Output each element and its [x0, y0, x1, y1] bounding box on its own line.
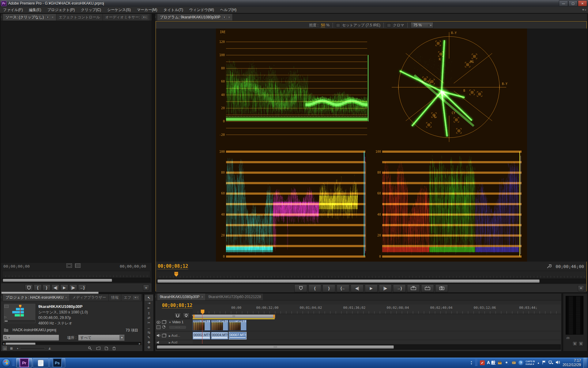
- icon-view-button[interactable]: ▦: [10, 347, 13, 350]
- menu-item-0[interactable]: ファイル(F): [0, 7, 26, 13]
- audio-track2-lane[interactable]: [193, 340, 561, 343]
- timeline-scrollbar[interactable]: ⦙: [156, 344, 561, 350]
- ime-pad-icon[interactable]: [511, 360, 516, 365]
- safe-margins-icon[interactable]: [66, 263, 72, 268]
- video-track-name[interactable]: ▼ Video 1: [169, 320, 183, 324]
- taskbar-clock[interactable]: 7:17 2012/12/29: [563, 358, 581, 367]
- display-style-icon[interactable]: [156, 325, 160, 329]
- menu-item-1[interactable]: 編集(E): [26, 7, 44, 13]
- zoom-slider-thumb[interactable]: ▲: [17, 347, 19, 349]
- tool-rate-stretch[interactable]: ⇄: [145, 316, 153, 320]
- tool-slide[interactable]: ⇆: [145, 330, 153, 335]
- step-forward-button[interactable]: |▶: [379, 284, 392, 292]
- mark-out-button[interactable]: }: [43, 284, 51, 291]
- audio-clip-1[interactable]: 00004.MTS [: [211, 332, 228, 339]
- audio-track2-name[interactable]: ▶ Aud: [169, 340, 177, 343]
- tool-selection[interactable]: ↖: [145, 295, 153, 301]
- snap-magnet-icon[interactable]: [174, 312, 181, 319]
- set-display-style-icon[interactable]: [162, 320, 166, 324]
- tool-zoom[interactable]: ⊕: [145, 345, 153, 350]
- toggle-track-output-icon[interactable]: [156, 320, 160, 325]
- menu-item-6[interactable]: タイトル(T): [160, 7, 186, 13]
- output-settings-icon[interactable]: [75, 263, 81, 268]
- ime-dictionary-icon[interactable]: [504, 360, 509, 365]
- network-icon[interactable]: [548, 360, 553, 365]
- step-forward-button[interactable]: |▶: [69, 284, 77, 291]
- chevron-down-icon[interactable]: ▼: [46, 16, 50, 19]
- sequence-marker-icon[interactable]: [183, 312, 190, 319]
- ime-security-icon[interactable]: ✔: [480, 360, 485, 365]
- panel-grip[interactable]: ⦙⦙: [155, 293, 157, 300]
- menu-item-8[interactable]: ヘルプ(H): [217, 7, 240, 13]
- caps-kana-indicator[interactable]: CAPS ⧉ KANA ▾: [526, 360, 535, 366]
- action-center-flag-icon[interactable]: [542, 360, 546, 366]
- start-button[interactable]: [0, 358, 12, 368]
- project-tab-2[interactable]: 情報: [109, 294, 121, 301]
- intensity-value[interactable]: 50: [321, 23, 325, 28]
- project-file-name[interactable]: HACK-iroiroHIKAKU.prproj: [13, 328, 56, 332]
- preview-play-icon[interactable]: ▷: [4, 315, 7, 319]
- panel-grip[interactable]: ⦙⦙: [1, 14, 3, 21]
- close-icon[interactable]: ×: [65, 296, 67, 299]
- program-mini-ruler[interactable]: [156, 271, 586, 278]
- video-clip-0[interactable]: 00002.MTS [: [193, 320, 210, 331]
- go-to-out-button[interactable]: →}: [393, 284, 406, 292]
- add-marker-button[interactable]: [25, 284, 33, 291]
- chevron-down-icon[interactable]: ▼: [222, 16, 227, 19]
- menu-item-5[interactable]: マーカー(M): [134, 7, 160, 13]
- maximize-button[interactable]: ▢: [568, 0, 578, 6]
- timeline-tab-1[interactable]: 9karaHIKAKU720p60-20121228: [206, 293, 264, 300]
- tool-slip[interactable]: ↔: [145, 325, 153, 330]
- show-keyframes-icon[interactable]: [162, 325, 166, 330]
- lift-button[interactable]: [407, 284, 420, 292]
- work-area-bar[interactable]: [193, 314, 275, 318]
- source-tab-2[interactable]: オーディオミキサー:▼≡: [103, 14, 150, 21]
- minimize-button[interactable]: —: [559, 0, 568, 6]
- tool-track-select[interactable]: ⇥: [145, 301, 153, 305]
- keyframe-nav[interactable]: ‹ ◦ ›: [169, 325, 187, 329]
- audio-clip-2[interactable]: 00007.MTS [: [229, 332, 247, 339]
- video-clip-1[interactable]: 00004.MTS [: [211, 320, 228, 331]
- audio-track-name[interactable]: ▶ Aud...: [169, 334, 180, 337]
- project-tab-3[interactable]: エフ▼≡: [121, 294, 141, 301]
- help-icon[interactable]: ?: [518, 360, 523, 365]
- close-icon[interactable]: ×: [201, 295, 203, 299]
- menu-item-2[interactable]: プロジェクト(P): [44, 7, 78, 13]
- menu-item-7[interactable]: ウィンドウ(W): [186, 7, 217, 13]
- step-back-button[interactable]: ◀|: [351, 284, 364, 292]
- settings-wrench-icon[interactable]: [547, 264, 552, 269]
- project-tab-0[interactable]: プロジェクト: HACK-iroiroHIKAKU×: [3, 294, 70, 301]
- program-playhead[interactable]: [174, 272, 178, 277]
- location-dropdown[interactable]: すべて ▼: [78, 335, 125, 341]
- tool-rolling-edit[interactable]: ‡: [145, 311, 153, 315]
- play-button[interactable]: ▶: [365, 284, 378, 292]
- timeline-current-timecode[interactable]: 00;00;08;12: [162, 303, 192, 309]
- source-tab-0[interactable]: ソース: (クリップなし)▼×: [3, 14, 56, 21]
- setup-checkbox[interactable]: [336, 23, 340, 27]
- tool-razor[interactable]: ✂: [145, 320, 153, 325]
- toolbar-scroll-icon[interactable]: ▲▼: [470, 360, 473, 365]
- preview-thumbnail[interactable]: ▷: [3, 303, 36, 324]
- close-button[interactable]: ✕: [578, 0, 587, 6]
- panel-grip[interactable]: ⦙⦙: [1, 294, 3, 301]
- taskbar-app-notepad[interactable]: [33, 358, 49, 367]
- panel-menu-icon[interactable]: ▼≡: [142, 16, 148, 19]
- close-icon[interactable]: ×: [52, 16, 54, 19]
- program-current-timecode[interactable]: 00;00;08;12: [158, 263, 188, 269]
- ime-input-mode[interactable]: A 般: [487, 360, 495, 366]
- play-button[interactable]: ▶: [60, 284, 68, 291]
- source-scrollbar[interactable]: [2, 278, 150, 282]
- show-desktop-button[interactable]: [583, 358, 587, 368]
- zoom-slider[interactable]: [20, 347, 45, 349]
- ime-toolbox-icon[interactable]: [497, 360, 502, 365]
- tool-pen[interactable]: ✎: [145, 335, 153, 340]
- video-track-lane[interactable]: 00002.MTS [00004.MTS [00007.MTS [: [193, 320, 561, 331]
- audio-track-lane[interactable]: 00002.MTS [00004.MTS [00007.MTS [: [193, 332, 561, 340]
- speaker-icon[interactable]: [156, 334, 160, 338]
- set-display-style-icon[interactable]: [162, 334, 166, 337]
- preview-scrub-bar[interactable]: [4, 320, 35, 323]
- mark-in-button[interactable]: {: [308, 284, 321, 292]
- zoom-level-dropdown[interactable]: 75 % ▼: [411, 22, 433, 28]
- step-back-button[interactable]: ◀|: [51, 284, 59, 291]
- menu-item-3[interactable]: クリップ(C): [78, 7, 104, 13]
